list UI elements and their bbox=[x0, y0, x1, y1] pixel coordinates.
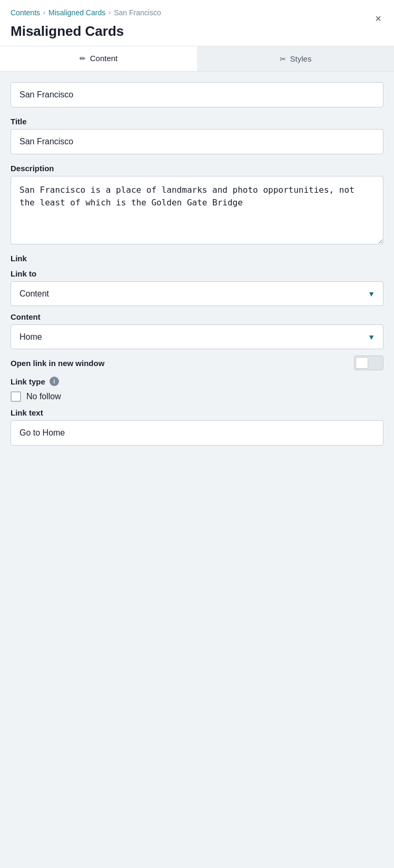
no-follow-checkbox[interactable] bbox=[11, 391, 21, 402]
pencil-icon: ✏ bbox=[80, 54, 86, 63]
open-new-window-row: Open link in new window bbox=[11, 356, 383, 370]
link-text-label: Link text bbox=[11, 408, 383, 417]
breadcrumb-sep-1: › bbox=[43, 9, 45, 16]
link-type-label: Link type bbox=[11, 377, 45, 386]
breadcrumb-san-francisco: San Francisco bbox=[114, 8, 161, 17]
link-text-field: Link text bbox=[11, 408, 383, 446]
link-heading: Link bbox=[11, 254, 383, 263]
tab-styles-label: Styles bbox=[290, 54, 312, 63]
link-to-select-wrapper: Content URL Email Phone Anchor ▼ bbox=[11, 281, 383, 306]
header: Contents › Misaligned Cards › San Franci… bbox=[0, 0, 394, 46]
tabs-container: ✏ Content ✂ Styles bbox=[0, 46, 394, 72]
breadcrumb-area: Contents › Misaligned Cards › San Franci… bbox=[11, 8, 161, 40]
description-input[interactable]: San Francisco is a place of landmarks an… bbox=[11, 176, 383, 244]
info-icon-text: i bbox=[53, 378, 55, 384]
open-new-window-label: Open link in new window bbox=[11, 359, 104, 368]
no-follow-row: No follow bbox=[11, 391, 383, 402]
toggle-thumb bbox=[356, 357, 368, 369]
tab-content[interactable]: ✏ Content bbox=[0, 46, 197, 71]
open-new-window-toggle[interactable] bbox=[354, 356, 383, 370]
link-to-select[interactable]: Content URL Email Phone Anchor bbox=[11, 281, 383, 306]
link-type-row: Link type i bbox=[11, 377, 383, 386]
content-label: Content bbox=[11, 312, 383, 321]
link-type-field: Link type i No follow bbox=[11, 377, 383, 402]
tab-content-label: Content bbox=[90, 54, 118, 63]
tab-styles[interactable]: ✂ Styles bbox=[197, 46, 394, 71]
content-area: Title Description San Francisco is a pla… bbox=[0, 72, 394, 456]
close-button[interactable]: × bbox=[373, 11, 383, 27]
breadcrumb-misaligned-cards[interactable]: Misaligned Cards bbox=[48, 8, 105, 17]
content-select[interactable]: Home About Contact Blog bbox=[11, 324, 383, 349]
breadcrumb: Contents › Misaligned Cards › San Franci… bbox=[11, 8, 161, 17]
link-section: Link Link to Content URL Email Phone Anc… bbox=[11, 254, 383, 446]
name-input[interactable] bbox=[11, 82, 383, 107]
title-field: Title bbox=[11, 117, 383, 154]
title-label: Title bbox=[11, 117, 383, 126]
panel: Contents › Misaligned Cards › San Franci… bbox=[0, 0, 394, 456]
content-field: Content Home About Contact Blog ▼ bbox=[11, 312, 383, 349]
scissors-icon: ✂ bbox=[280, 55, 286, 63]
title-input[interactable] bbox=[11, 129, 383, 154]
link-to-field: Link to Content URL Email Phone Anchor ▼ bbox=[11, 269, 383, 306]
info-icon[interactable]: i bbox=[50, 377, 59, 386]
name-field bbox=[11, 82, 383, 107]
description-label: Description bbox=[11, 164, 383, 173]
content-select-wrapper: Home About Contact Blog ▼ bbox=[11, 324, 383, 349]
link-to-label: Link to bbox=[11, 269, 383, 278]
link-text-input[interactable] bbox=[11, 420, 383, 446]
breadcrumb-contents[interactable]: Contents bbox=[11, 8, 40, 17]
breadcrumb-sep-2: › bbox=[109, 9, 111, 16]
page-title: Misaligned Cards bbox=[11, 23, 161, 40]
description-field: Description San Francisco is a place of … bbox=[11, 164, 383, 244]
no-follow-label: No follow bbox=[26, 392, 61, 401]
